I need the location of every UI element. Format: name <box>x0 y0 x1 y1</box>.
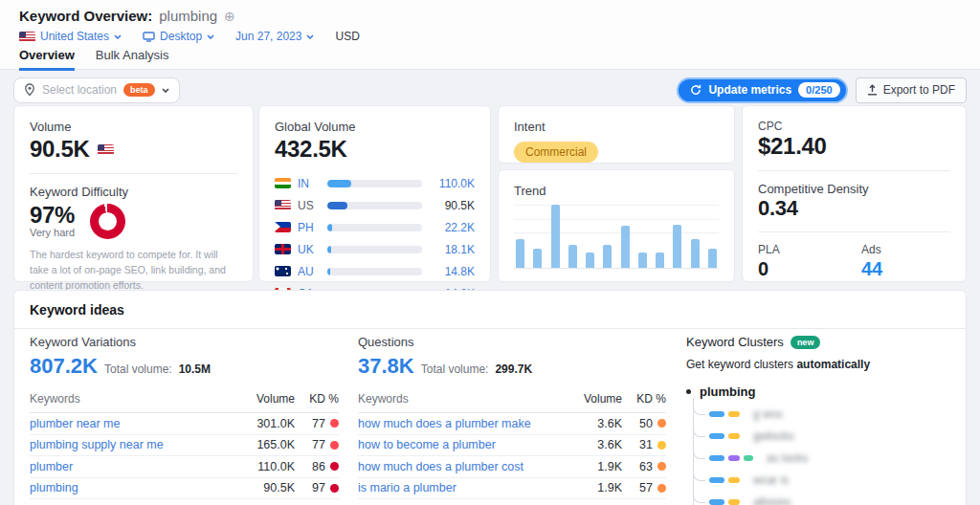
cluster-item[interactable]: wcar is <box>709 469 954 491</box>
cluster-tree: plumbing g wss gwlocks as locks <box>686 384 954 505</box>
volume-label: Volume <box>30 120 237 134</box>
country-code-link[interactable]: IN <box>298 177 321 190</box>
au-flag-icon <box>275 266 291 276</box>
kd-dot <box>330 462 339 471</box>
country-volume-link[interactable]: 110.0K <box>429 177 475 190</box>
questions-count-link[interactable]: 37.8K <box>358 354 414 379</box>
tab-bulk-analysis[interactable]: Bulk Analysis <box>96 48 169 71</box>
cluster-segment <box>728 455 740 461</box>
tab-overview[interactable]: Overview <box>19 48 75 71</box>
keyword-link[interactable]: how much does a plumber cost <box>358 460 563 473</box>
volume-bar-track <box>327 268 422 275</box>
clusters-subtitle-text: Get keyword clusters <box>686 358 793 371</box>
keyword-link[interactable]: plumbing supply near me <box>30 438 235 451</box>
keyword-difficulty-label: Keyword Difficulty <box>30 185 237 199</box>
keyword-difficulty-level: Very hard <box>30 227 75 238</box>
variations-count-link[interactable]: 807.2K <box>30 354 98 379</box>
date-filter[interactable]: Jun 27, 2023 <box>235 30 314 43</box>
page-header: Keyword Overview: plumbing ⊕ United Stat… <box>0 0 980 70</box>
keyword-volume: 1.9K <box>563 481 622 494</box>
beta-badge: beta <box>123 83 155 97</box>
global-volume-row: AU 14.8K <box>275 260 475 282</box>
cpc-card: CPC $21.40 Competitive Density 0.34 PLA … <box>742 105 967 282</box>
cluster-root: plumbing <box>686 384 954 399</box>
keyword-link[interactable]: is mario a plumber <box>358 481 563 494</box>
trend-bar <box>551 205 560 268</box>
table-row: plumber near me 301.0K 77 <box>30 413 339 435</box>
cluster-segment <box>709 411 724 417</box>
trend-card: Trend <box>498 169 735 282</box>
country-filter[interactable]: United States <box>19 30 122 43</box>
divider <box>758 231 950 232</box>
cluster-item[interactable]: allsionc <box>709 491 954 505</box>
select-location-dropdown[interactable]: Select location beta <box>13 77 180 103</box>
trend-bar <box>621 226 630 268</box>
cluster-segment <box>709 455 724 461</box>
country-volume-link[interactable]: 22.2K <box>429 221 475 234</box>
keyword-kd: 57 <box>639 481 653 494</box>
device-filter-label: Desktop <box>160 30 202 43</box>
volume-card: Volume 90.5K Keyword Difficulty 97% Very… <box>13 105 254 282</box>
cluster-item[interactable]: gwlocks <box>709 425 954 447</box>
cluster-root-label: plumbing <box>700 384 756 399</box>
volume-bar-track <box>327 202 422 209</box>
country-code-link[interactable]: PH <box>298 221 321 234</box>
keyword-ideas-card: Keyword ideas Keyword Variations 807.2K … <box>13 290 967 505</box>
update-metrics-count: 0/250 <box>798 82 840 98</box>
col-header-volume: Volume <box>563 392 622 406</box>
cpc-value: $21.40 <box>758 133 950 160</box>
keyword-link[interactable]: how much does a plumber make <box>358 417 563 430</box>
chevron-down-icon <box>162 88 169 93</box>
cluster-item[interactable]: as locks <box>709 447 954 469</box>
questions-total-value: 299.7K <box>495 362 532 376</box>
filter-row: United States Desktop Jun 27, 2023 USD <box>19 30 360 43</box>
add-keyword-icon[interactable]: ⊕ <box>224 10 235 23</box>
table-header: Keywords Volume KD % <box>358 392 666 413</box>
keyword-clusters-section: Keyword Clusters new Get keyword cluster… <box>686 335 954 505</box>
table-row: ferguson plumbing 60.5K 81 <box>30 499 339 505</box>
global-volume-row: US 90.5K <box>275 194 475 216</box>
cluster-label-blurred: as locks <box>767 451 808 465</box>
keyword-link[interactable]: plumber near me <box>30 417 235 430</box>
kd-dot <box>657 484 666 493</box>
tree-node-dot <box>686 389 691 394</box>
device-filter[interactable]: Desktop <box>143 30 214 43</box>
intent-badge: Commercial <box>514 142 598 163</box>
country-code-link[interactable]: UK <box>298 243 321 256</box>
update-metrics-button[interactable]: Update metrics 0/250 <box>677 77 847 103</box>
clusters-subtitle: Get keyword clusters automatically <box>686 358 954 371</box>
cluster-children: g wss gwlocks as locks wcar is <box>693 403 954 505</box>
chevron-down-icon <box>306 34 314 39</box>
col-header-volume: Volume <box>235 392 295 406</box>
keyword-kd: 31 <box>639 438 653 451</box>
refresh-icon <box>690 84 702 96</box>
kd-dot <box>330 484 339 493</box>
keyword-volume: 165.0K <box>235 438 295 451</box>
keyword-kd: 50 <box>639 417 653 430</box>
country-volume-link[interactable]: 18.1K <box>429 243 475 256</box>
keyword-link[interactable]: how to become a plumber <box>358 438 563 451</box>
keyword-link[interactable]: plumbing <box>30 481 235 494</box>
export-pdf-button[interactable]: Export to PDF <box>856 77 967 103</box>
col-header-kd: KD % <box>295 392 339 406</box>
cluster-segment <box>709 499 724 505</box>
keyword-link[interactable]: plumber <box>30 460 235 473</box>
keyword-kd: 77 <box>312 438 325 451</box>
select-location-placeholder: Select location <box>42 83 117 97</box>
cluster-segment <box>728 477 740 483</box>
cluster-label-blurred: wcar is <box>753 473 789 487</box>
global-volume-value: 432.5K <box>275 136 475 163</box>
volume-bar <box>327 268 330 275</box>
keyword-volume: 301.0K <box>235 417 295 430</box>
trend-bar <box>568 245 577 268</box>
divider <box>758 170 950 171</box>
keyword-kd: 86 <box>312 460 325 473</box>
country-volume-link[interactable]: 14.8K <box>429 265 475 278</box>
keyword-volume: 3.6K <box>563 417 622 430</box>
table-row: plumbing supply near me 165.0K 77 <box>30 435 339 457</box>
ads-value-link[interactable]: 44 <box>861 258 882 280</box>
col-header-keywords: Keywords <box>30 392 235 406</box>
cluster-item[interactable]: g wss <box>709 403 954 425</box>
country-code-link[interactable]: AU <box>298 265 321 278</box>
intent-label: Intent <box>514 120 719 134</box>
